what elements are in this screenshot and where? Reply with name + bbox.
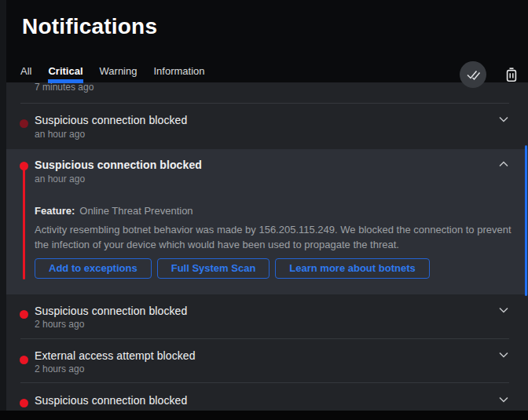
panel-header: Notifications All Critical Warning Infor… [6,0,528,82]
tab-all[interactable]: All [20,65,31,82]
trash-icon [504,66,519,83]
chevron-down-icon[interactable] [498,396,509,404]
tab-critical[interactable]: Critical [48,65,82,82]
feature-line: Feature:Online Threat Prevention [35,205,193,217]
bottom-crop-bar [0,411,528,420]
chevron-up-icon[interactable] [498,160,509,168]
tab-bar: All Critical Warning Information [20,65,205,82]
notification-timestamp: an hour ago [35,173,85,184]
notification-title: Suspicious connection blocked [35,305,187,317]
chevron-down-icon[interactable] [498,306,509,314]
notification-title: Suspicious connection blocked [35,159,202,171]
severity-dot [20,310,28,319]
notification-row-expanded[interactable]: Suspicious connection blocked an hour ag… [6,149,528,294]
clear-all-button[interactable] [498,61,525,88]
chevron-down-icon[interactable] [498,115,509,123]
divider [20,338,509,339]
mark-all-read-button[interactable] [460,61,486,88]
severity-dot [20,356,28,364]
learn-more-button[interactable]: Learn more about botnets [275,258,429,279]
notification-timestamp: 2 hours ago [35,363,84,374]
tab-warning[interactable]: Warning [100,65,138,82]
tab-information[interactable]: Information [153,65,204,82]
notification-timestamp: 2 hours ago [35,319,84,330]
severity-dot [20,119,28,128]
scrollbar-thumb[interactable] [525,145,527,296]
feature-label: Feature: [35,205,75,217]
notification-timestamp: an hour ago [35,129,85,140]
feature-value: Online Threat Prevention [79,205,192,217]
divider [20,382,509,383]
chevron-down-icon[interactable] [498,351,509,359]
add-to-exceptions-button[interactable]: Add to exceptions [35,258,152,279]
notification-title: Suspicious connection blocked [35,114,187,126]
page-title: Notifications [22,14,157,39]
action-buttons: Add to exceptions Full System Scan Learn… [35,258,430,279]
double-check-icon [466,69,481,81]
app-background-strip [0,0,6,411]
severity-line [23,166,25,279]
severity-dot [20,399,28,407]
full-system-scan-button[interactable]: Full System Scan [157,258,270,279]
notification-description: Activity resembling botnet behavior was … [35,222,520,252]
notifications-panel: 7 minutes ago Suspicious connection bloc… [0,0,528,420]
notification-title: External access attempt blocked [35,349,196,362]
notification-title: Suspicious connection blocked [35,394,187,407]
partial-item-timestamp: 7 minutes ago [35,82,94,93]
divider [20,103,509,104]
